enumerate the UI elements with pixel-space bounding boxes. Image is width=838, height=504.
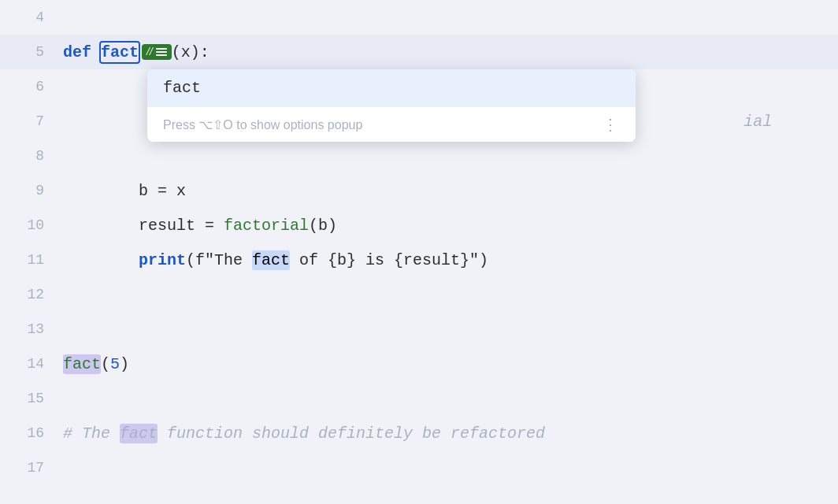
hint-text: Press ⌥⇧O to show options popup [163,117,362,132]
fact-token-line14: fact [63,354,101,374]
comment-fact: fact [120,424,158,443]
line-number-9: 9 [0,183,63,198]
factorial-call: factorial [224,217,309,235]
line-8: 8 [0,139,838,173]
line-content-9: b = x [63,182,838,200]
number-5: 5 [110,355,120,373]
line-number-15: 15 [0,391,63,406]
fact-call-name: fact [63,355,101,373]
line-14: 14 fact(5) [0,346,838,381]
rename-line-3 [156,54,167,56]
line-content-5: def fact // (x): [63,43,838,62]
lines-icon [156,48,167,56]
line-13: 13 [0,312,838,346]
rename-line-1 [156,48,167,50]
keyword-def: def [63,43,101,61]
code-result: result = [63,217,224,235]
paren-b: (b) [309,217,337,235]
slash-symbol: // [146,46,153,58]
line-15: 15 [0,381,838,416]
fact-token-line16: fact [120,424,158,443]
rename-line-2 [156,51,167,53]
comment-rest: function should definitely be refactored [158,424,545,443]
line-number-17: 17 [0,460,63,476]
line-number-5: 5 [0,44,63,60]
paren-5: ( [101,355,110,373]
keyword-print: print [63,251,186,269]
print-of: of {b} is {result}") [290,251,488,269]
line-number-8: 8 [0,148,63,164]
autocomplete-popup[interactable]: fact Press ⌥⇧O to show options popup ⋮ [147,69,636,142]
line-11: 11 print(f"The fact of {b} is {result}") [0,243,838,277]
print-open: (f"The [186,251,252,269]
line-4: 4 [0,0,838,35]
line-content-14: fact(5) [63,354,838,374]
code-b-x: b = x [63,182,186,200]
line-number-7: 7 [0,113,63,129]
line-content-11: print(f"The fact of {b} is {result}") [63,250,838,270]
line-number-12: 12 [0,287,63,302]
paren-x-colon: (x): [172,43,210,61]
line-content-10: result = factorial(b) [63,217,838,235]
line-number-11: 11 [0,252,63,268]
line-number-13: 13 [0,321,63,337]
line-17: 17 [0,450,838,485]
close-paren: ) [120,355,129,373]
options-dots-icon[interactable]: ⋮ [603,115,620,134]
comment-the: # The [63,424,120,443]
line-content-16: # The fact function should definitely be… [63,424,838,443]
fact-word: fact [101,43,139,61]
rename-icon[interactable]: // [142,44,172,60]
line-5: 5 def fact // (x): fact Press ⌥⇧O to sho… [0,35,838,69]
line-number-16: 16 [0,425,63,441]
line-12: 12 [0,277,838,312]
line-number-6: 6 [0,79,63,94]
line-9: 9 b = x [0,173,838,208]
editor-container: 4 5 def fact // (x): fact Pr [0,0,838,504]
autocomplete-suggestion[interactable]: fact [147,69,636,106]
line-16: 16 # The fact function should definitely… [0,416,838,450]
fact-token-line5: fact [101,43,139,62]
line-number-4: 4 [0,9,63,25]
line-number-14: 14 [0,356,63,372]
autocomplete-hint-bar: Press ⌥⇧O to show options popup ⋮ [147,106,636,142]
line-10: 10 result = factorial(b) [0,208,838,243]
fact-token-line11: fact [252,250,290,270]
code-area: 4 5 def fact // (x): fact Pr [0,0,838,485]
line-number-10: 10 [0,217,63,233]
